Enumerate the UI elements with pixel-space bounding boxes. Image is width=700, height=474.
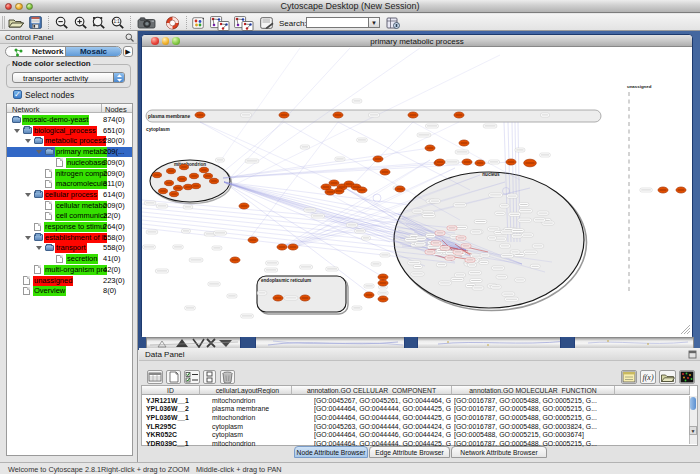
svg-text:1:1: 1:1: [113, 19, 120, 24]
svg-text:endoplasmic reticulum: endoplasmic reticulum: [261, 278, 311, 283]
svg-text:unassigned: unassigned: [627, 84, 652, 89]
svg-text:f(x): f(x): [642, 373, 653, 382]
svg-text:plasma membrane: plasma membrane: [148, 114, 190, 119]
svg-text:mitochondrion: mitochondrion: [174, 162, 206, 167]
svg-text:cytoplasm: cytoplasm: [146, 127, 170, 132]
svg-text:nucleus: nucleus: [482, 172, 500, 177]
